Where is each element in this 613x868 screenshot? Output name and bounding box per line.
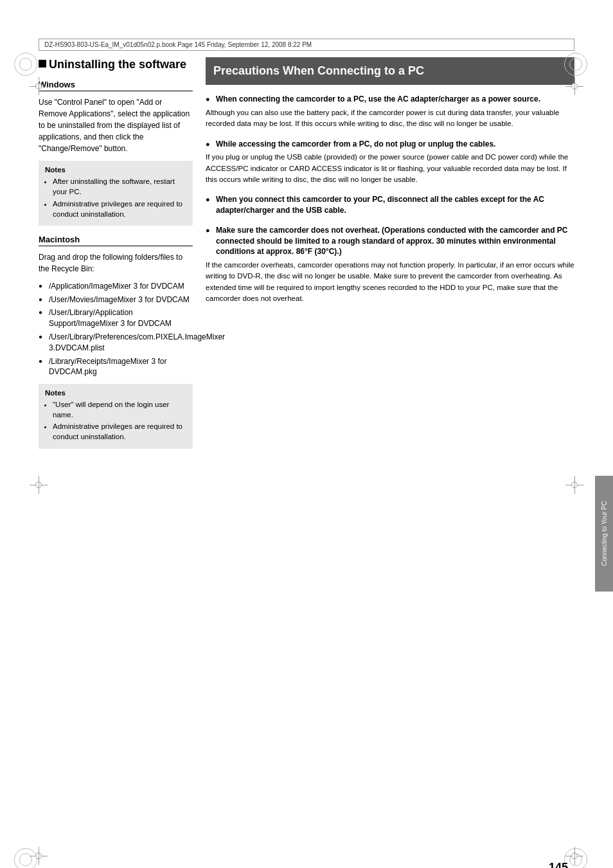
macintosh-body: Drag and drop the following folders/file…: [39, 251, 193, 275]
precaution-2-title: While accessing the camcorder from a PC,…: [206, 139, 574, 150]
mac-item-1: /Application/ImageMixer 3 for DVDCAM: [39, 281, 193, 292]
page-number: 145: [549, 861, 568, 868]
corner-circle-inner-tr: [569, 58, 582, 71]
crosshair-br: [565, 847, 583, 865]
page-container: DZ-HS903-803-US-Ea_IM_v01d05n02.p.book P…: [0, 39, 613, 868]
corner-circle-inner-tl: [19, 58, 32, 71]
windows-body: Use "Control Panel" to open "Add or Remo…: [39, 96, 193, 154]
crosshair-tr: [565, 77, 583, 95]
corner-decoration-tr: [564, 53, 587, 76]
left-column: Uninstalling the software Windows Use "C…: [39, 57, 193, 458]
crosshair-bl: [30, 847, 48, 865]
macintosh-notes-box: Notes "User" will depend on the login us…: [39, 384, 193, 448]
precaution-4: Make sure the camcorder does not overhea…: [206, 225, 574, 304]
mac-note-2: Administrative privileges are required t…: [53, 421, 186, 442]
main-content: Uninstalling the software Windows Use "C…: [39, 57, 574, 458]
mac-item-4: /User/Library/Preferences/com.PIXELA.Ima…: [39, 332, 193, 354]
mac-item-3: /User/Library/Application Support/ImageM…: [39, 307, 193, 329]
side-tab: Connecting to Your PC: [595, 476, 613, 592]
corner-decoration-tl: [14, 53, 37, 76]
mac-item-5: /Library/Receipts/ImageMixer 3 for DVDCA…: [39, 356, 193, 378]
precaution-1-body: Although you can also use the battery pa…: [206, 107, 574, 130]
crosshair-mr: [565, 476, 583, 494]
windows-heading: Windows: [39, 80, 193, 91]
precaution-4-title: Make sure the camcorder does not overhea…: [206, 225, 574, 257]
right-section-title: Precautions When Connecting to a PC: [206, 57, 574, 85]
precaution-3: When you connect this camcorder to your …: [206, 194, 574, 216]
precaution-4-body: If the camcorder overheats, camcorder op…: [206, 260, 574, 304]
mac-note-1: "User" will depend on the login user nam…: [53, 399, 186, 420]
macintosh-notes-list: "User" will depend on the login user nam…: [45, 399, 186, 442]
file-header: DZ-HS903-803-US-Ea_IM_v01d05n02.p.book P…: [39, 39, 574, 51]
precaution-3-title: When you connect this camcorder to your …: [206, 194, 574, 216]
left-section-title: Uninstalling the software: [39, 57, 193, 72]
macintosh-heading: Macintosh: [39, 235, 193, 246]
crosshair-tl: [30, 77, 48, 95]
macintosh-notes-title: Notes: [45, 389, 186, 397]
windows-notes-box: Notes After uninstalling the software, r…: [39, 161, 193, 225]
precaution-2-body: If you plug or unplug the USB cable (pro…: [206, 152, 574, 185]
side-tab-text: Connecting to Your PC: [600, 501, 609, 566]
precaution-1: When connecting the camcorder to a PC, u…: [206, 94, 574, 129]
mac-item-2: /User/Movies/ImageMixer 3 for DVDCAM: [39, 294, 193, 305]
macintosh-items-list: /Application/ImageMixer 3 for DVDCAM /Us…: [39, 281, 193, 377]
precaution-1-title: When connecting the camcorder to a PC, u…: [206, 94, 574, 105]
windows-notes-title: Notes: [45, 166, 186, 174]
title-bullet: [39, 60, 46, 68]
right-column: Precautions When Connecting to a PC When…: [206, 57, 574, 458]
windows-note-2: Administrative privileges are required t…: [53, 199, 186, 219]
crosshair-ml: [30, 476, 48, 494]
windows-note-1: After uninstalling the software, restart…: [53, 176, 186, 197]
windows-notes-list: After uninstalling the software, restart…: [45, 176, 186, 219]
precaution-2: While accessing the camcorder from a PC,…: [206, 139, 574, 186]
